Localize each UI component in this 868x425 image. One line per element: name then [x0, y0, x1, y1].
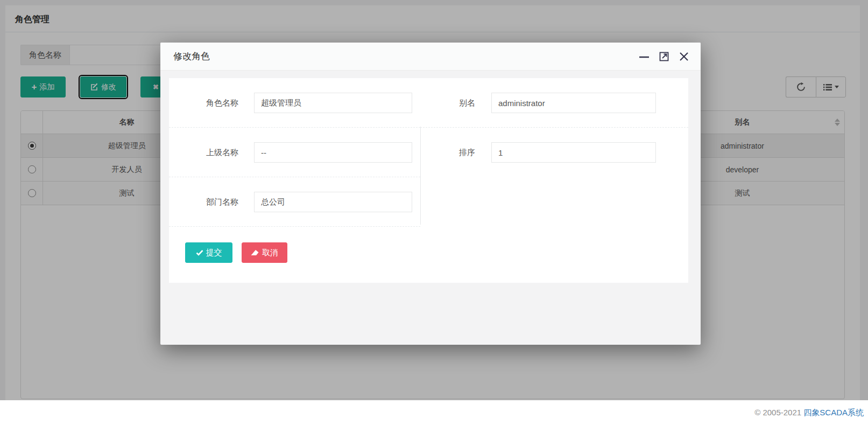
close-icon	[679, 51, 689, 62]
page-footer: © 2005-2021 四象SCADA系统	[0, 400, 868, 425]
minimize-button[interactable]	[638, 51, 650, 62]
form-row: 部门名称	[169, 177, 420, 227]
maximize-button[interactable]	[658, 51, 670, 62]
parent-name-label: 上级名称	[169, 142, 238, 177]
sort-input[interactable]	[491, 142, 656, 163]
form-row: 别名	[420, 78, 688, 128]
cancel-button[interactable]: 取消	[242, 242, 287, 263]
dialog-title: 修改角色	[173, 43, 210, 71]
role-name-input[interactable]	[254, 93, 412, 113]
parent-name-input[interactable]	[254, 142, 412, 163]
role-name-label: 角色名称	[169, 93, 238, 127]
form-row: 角色名称	[169, 78, 420, 128]
edit-role-dialog: 修改角色 角色名称 上级名称 部门名称	[160, 43, 701, 345]
check-icon	[196, 249, 203, 256]
eraser-icon	[251, 249, 259, 256]
edit-role-form: 角色名称 上级名称 部门名称 提交	[169, 78, 688, 283]
form-left-column: 角色名称 上级名称 部门名称 提交	[169, 78, 420, 263]
copyright-text: © 2005-2021	[754, 408, 803, 417]
sort-label: 排序	[420, 142, 475, 177]
alias-input[interactable]	[491, 93, 656, 113]
department-label: 部门名称	[169, 192, 238, 226]
brand-link[interactable]: 四象SCADA系统	[803, 408, 864, 417]
form-right-column: 别名 排序	[420, 78, 688, 177]
department-input[interactable]	[254, 192, 412, 212]
form-row: 上级名称	[169, 128, 420, 177]
dialog-header[interactable]: 修改角色	[160, 43, 701, 71]
submit-button[interactable]: 提交	[185, 242, 232, 263]
maximize-icon	[659, 51, 669, 62]
minimize-icon	[638, 51, 650, 62]
close-button[interactable]	[678, 51, 690, 62]
form-actions: 提交 取消	[169, 227, 420, 263]
form-row: 排序	[420, 128, 688, 177]
alias-label: 别名	[420, 93, 475, 127]
dialog-controls	[638, 43, 690, 71]
